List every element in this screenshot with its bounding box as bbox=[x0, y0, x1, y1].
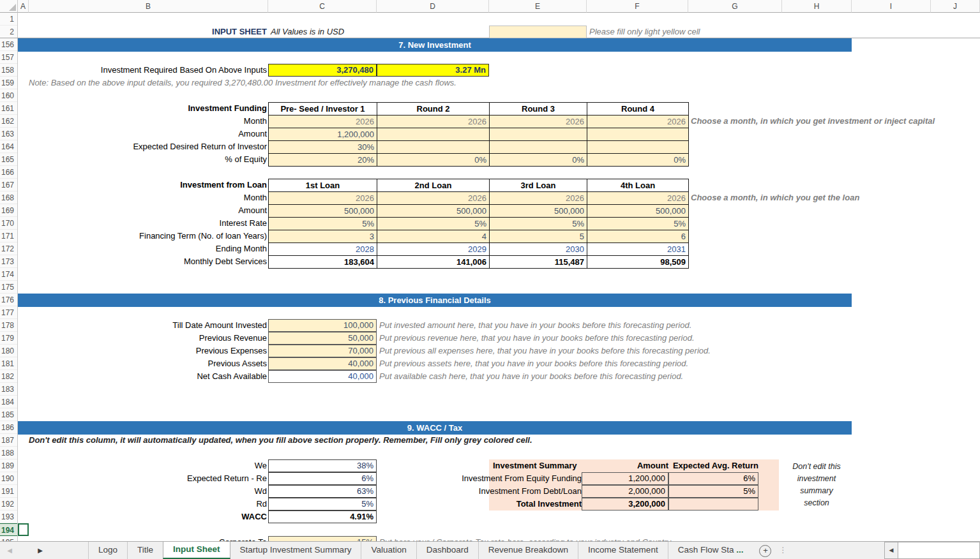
row-number[interactable]: 164 bbox=[0, 140, 17, 153]
row-number[interactable]: 183 bbox=[0, 383, 17, 396]
row-number[interactable]: 174 bbox=[0, 268, 17, 281]
funding-equity-cell[interactable]: 0% bbox=[377, 154, 490, 167]
investment-required-mn-cell[interactable]: 3.27 Mn bbox=[377, 64, 489, 77]
loan-ending-cell[interactable]: 2030 bbox=[490, 243, 587, 256]
funding-equity-cell[interactable]: 20% bbox=[269, 154, 377, 167]
funding-amount-cell[interactable] bbox=[587, 128, 689, 141]
row-number[interactable]: 188 bbox=[0, 447, 17, 459]
row-number[interactable]: 192 bbox=[0, 498, 17, 511]
loan-debt-service-cell[interactable]: 98,509 bbox=[587, 256, 689, 269]
col-header-E[interactable]: E bbox=[489, 0, 587, 13]
funding-return-cell[interactable] bbox=[490, 141, 587, 154]
funding-month-cell[interactable]: 2026 bbox=[587, 116, 689, 128]
select-all-corner[interactable] bbox=[0, 0, 18, 13]
tabs-scroll-right-icon[interactable]: ▶ bbox=[31, 542, 50, 559]
loan-term-cell[interactable]: 4 bbox=[377, 230, 490, 243]
loan-amount-cell[interactable]: 500,000 bbox=[587, 205, 689, 218]
row-number[interactable]: 158 bbox=[0, 64, 17, 77]
funding-equity-cell[interactable]: 0% bbox=[490, 154, 587, 167]
row-number[interactable]: 167 bbox=[0, 179, 17, 191]
loan-amount-cell[interactable]: 500,000 bbox=[377, 205, 490, 218]
hscroll-left-arrow-icon[interactable]: ◀ bbox=[884, 542, 898, 559]
loan-debt-service-cell[interactable]: 141,006 bbox=[377, 256, 490, 269]
row-number[interactable]: 190 bbox=[0, 472, 17, 485]
row-number[interactable]: 193 bbox=[0, 511, 17, 523]
investment-required-amount-cell[interactable]: 3,270,480 bbox=[268, 64, 377, 77]
row-number[interactable]: 169 bbox=[0, 204, 17, 217]
prev-assets-cell[interactable]: 40,000 bbox=[268, 357, 377, 370]
row-number[interactable]: 187 bbox=[0, 434, 17, 447]
col-header-C[interactable]: C bbox=[268, 0, 377, 13]
funding-return-cell[interactable]: 30% bbox=[269, 141, 377, 154]
funding-equity-cell[interactable]: 0% bbox=[587, 154, 689, 167]
col-header-G[interactable]: G bbox=[688, 0, 782, 13]
tab-dashboard[interactable]: Dashboard bbox=[416, 542, 478, 559]
funding-return-cell[interactable] bbox=[377, 141, 490, 154]
row-number[interactable]: 186 bbox=[0, 421, 17, 434]
loan-ending-cell[interactable]: 2031 bbox=[587, 243, 689, 256]
row-number[interactable]: 156 bbox=[0, 38, 17, 51]
col-header-D[interactable]: D bbox=[377, 0, 489, 13]
loan-month-cell[interactable]: 2026 bbox=[377, 192, 490, 205]
row-number[interactable]: 160 bbox=[0, 89, 17, 102]
net-cash-cell[interactable]: 40,000 bbox=[268, 370, 377, 383]
row-number[interactable]: 161 bbox=[0, 102, 17, 115]
row-number[interactable]: 172 bbox=[0, 242, 17, 255]
row-number[interactable]: 157 bbox=[0, 51, 17, 64]
row-number[interactable]: 163 bbox=[0, 128, 17, 140]
col-header-A[interactable]: A bbox=[18, 0, 29, 13]
hscroll-track[interactable] bbox=[898, 542, 980, 559]
tab-input-sheet[interactable]: Input Sheet bbox=[163, 542, 230, 559]
sample-fill-cell[interactable] bbox=[489, 26, 587, 38]
prev-invested-cell[interactable]: 100,000 bbox=[268, 319, 377, 332]
loan-interest-cell[interactable]: 5% bbox=[587, 218, 689, 230]
horizontal-scrollbar[interactable]: ◀ bbox=[884, 542, 980, 559]
row-number[interactable]: 182 bbox=[0, 370, 17, 383]
funding-return-cell[interactable] bbox=[587, 141, 689, 154]
funding-amount-cell[interactable] bbox=[377, 128, 490, 141]
col-header-J[interactable]: J bbox=[931, 0, 980, 13]
loan-interest-cell[interactable]: 5% bbox=[377, 218, 490, 230]
row-number[interactable]: 2 bbox=[0, 26, 17, 38]
row-number[interactable]: 194 bbox=[0, 523, 17, 536]
tab-options-dots-icon[interactable]: ⋮ bbox=[779, 542, 787, 559]
new-sheet-icon[interactable]: + bbox=[759, 545, 771, 557]
col-header-F[interactable]: F bbox=[587, 0, 688, 13]
col-header-B[interactable]: B bbox=[29, 0, 268, 13]
wd-cell[interactable]: 63% bbox=[268, 485, 377, 498]
row-number[interactable]: 181 bbox=[0, 357, 17, 370]
summary-total-amount-cell[interactable]: 3,200,000 bbox=[582, 498, 668, 511]
funding-amount-cell[interactable]: 1,200,000 bbox=[269, 128, 377, 141]
tab-logo[interactable]: Logo bbox=[88, 542, 127, 559]
loan-ending-cell[interactable]: 2029 bbox=[377, 243, 490, 256]
active-cell-selection[interactable] bbox=[18, 523, 29, 536]
loan-term-cell[interactable]: 6 bbox=[587, 230, 689, 243]
loan-month-cell[interactable]: 2026 bbox=[269, 192, 377, 205]
funding-month-cell[interactable]: 2026 bbox=[490, 116, 587, 128]
re-cell[interactable]: 6% bbox=[268, 472, 377, 485]
row-number[interactable]: 170 bbox=[0, 217, 17, 230]
row-number[interactable]: 178 bbox=[0, 319, 17, 332]
prev-revenue-cell[interactable]: 50,000 bbox=[268, 332, 377, 345]
loan-interest-cell[interactable]: 5% bbox=[269, 218, 377, 230]
row-number[interactable]: 168 bbox=[0, 191, 17, 204]
funding-month-cell[interactable]: 2026 bbox=[377, 116, 490, 128]
funding-month-cell[interactable]: 2026 bbox=[269, 116, 377, 128]
tabs-scroll-left-icon[interactable]: ◀ bbox=[0, 542, 19, 559]
row-number[interactable]: 180 bbox=[0, 345, 17, 357]
row-number[interactable]: 171 bbox=[0, 230, 17, 242]
row-number[interactable]: 184 bbox=[0, 396, 17, 408]
loan-interest-cell[interactable]: 5% bbox=[490, 218, 587, 230]
summary-total-return-cell[interactable] bbox=[668, 498, 758, 511]
rd-cell[interactable]: 5% bbox=[268, 498, 377, 511]
row-number[interactable]: 185 bbox=[0, 408, 17, 421]
summary-debt-return-cell[interactable]: 5% bbox=[668, 485, 758, 498]
tab-income-statement[interactable]: Income Statement bbox=[578, 542, 668, 559]
row-number[interactable]: 175 bbox=[0, 281, 17, 294]
loan-debt-service-cell[interactable]: 115,487 bbox=[490, 256, 587, 269]
summary-equity-return-cell[interactable]: 6% bbox=[668, 472, 758, 485]
row-number[interactable]: 177 bbox=[0, 306, 17, 319]
row-number[interactable]: 179 bbox=[0, 332, 17, 345]
row-number[interactable]: 195 bbox=[0, 536, 17, 541]
loan-amount-cell[interactable]: 500,000 bbox=[490, 205, 587, 218]
